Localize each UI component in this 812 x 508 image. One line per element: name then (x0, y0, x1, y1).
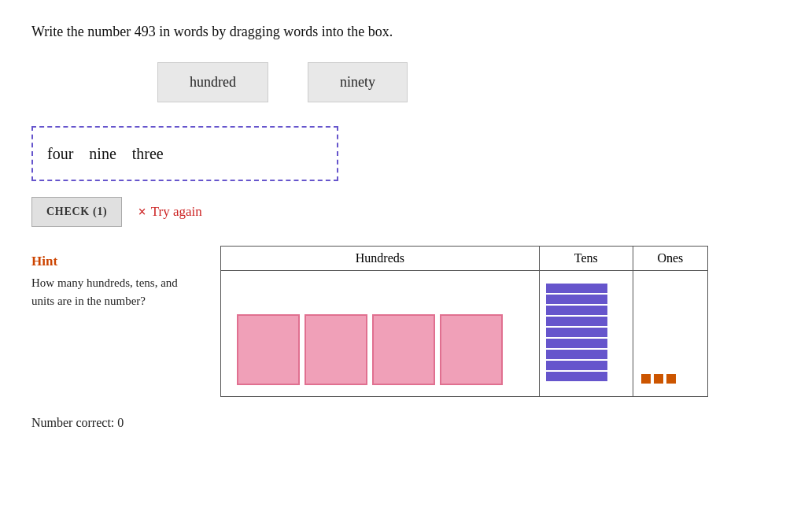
place-value-table: Hundreds Tens Ones (220, 246, 708, 397)
instruction-text: Write the number 493 in words by draggin… (31, 24, 781, 40)
number-correct: Number correct: 0 (31, 416, 781, 430)
word-card-hundred[interactable]: hundred (157, 62, 268, 102)
hint-text: How many hundreds, tens, and units are i… (31, 274, 189, 310)
hint-section: Hint How many hundreds, tens, and units … (31, 246, 189, 310)
ones-cell (633, 271, 707, 397)
try-again-x-icon: × (138, 204, 146, 221)
header-ones: Ones (633, 247, 707, 271)
ten-bar-9 (546, 372, 607, 381)
hundred-block-2 (304, 314, 367, 385)
drop-zone[interactable]: four nine three (31, 126, 338, 181)
ten-bar-7 (546, 350, 607, 359)
one-dot-1 (641, 374, 651, 384)
ten-bar-1 (546, 284, 607, 293)
drop-word-nine: nine (89, 145, 116, 163)
hundred-block-1 (237, 314, 300, 385)
ten-bar-6 (546, 339, 607, 348)
try-again-label: Try again (151, 204, 202, 220)
ten-bar-5 (546, 328, 607, 337)
ten-bar-2 (546, 295, 607, 304)
ten-bar-8 (546, 361, 607, 370)
word-card-ninety[interactable]: ninety (308, 62, 408, 102)
hint-label: Hint (31, 254, 189, 269)
try-again-message: × Try again (138, 204, 201, 221)
drop-word-four: four (47, 145, 73, 163)
bottom-section: Hint How many hundreds, tens, and units … (31, 246, 781, 397)
header-tens: Tens (539, 247, 633, 271)
drop-word-three: three (132, 145, 164, 163)
ten-bar-4 (546, 317, 607, 326)
ones-dots (641, 374, 676, 384)
tens-stack (546, 284, 607, 381)
one-dot-3 (666, 374, 676, 384)
hundreds-cell (221, 271, 540, 397)
word-bank: hundred ninety (31, 62, 781, 102)
place-value-area: Hundreds Tens Ones (220, 246, 708, 397)
check-button[interactable]: CHECK (1) (31, 197, 122, 227)
header-hundreds: Hundreds (221, 247, 540, 271)
one-dot-2 (654, 374, 663, 384)
tens-cell (539, 271, 633, 397)
check-row: CHECK (1) × Try again (31, 197, 781, 227)
ten-bar-3 (546, 306, 607, 315)
hundred-block-4 (440, 314, 503, 385)
hundred-block-3 (372, 314, 435, 385)
hundreds-blocks (237, 314, 503, 385)
